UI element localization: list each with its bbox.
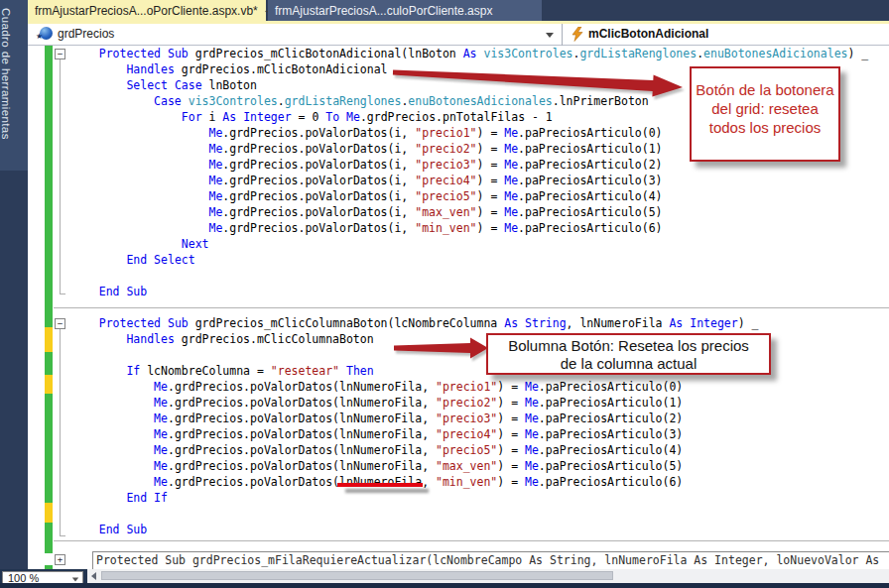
object-dropdown-value: grdPrecios xyxy=(58,27,114,41)
left-dock-strip: Cuadro de herramientas xyxy=(0,0,28,588)
code-line[interactable]: Me.grdPrecios.poValorDatos(lnNumeroFila,… xyxy=(71,458,889,474)
code-line[interactable]: Me.grdPrecios.poValorDatos(i, "min_ven")… xyxy=(71,220,889,236)
code-line[interactable]: Next xyxy=(71,236,889,252)
code-line[interactable]: Me.grdPrecios.poValorDatos(i, "precio2")… xyxy=(71,141,889,157)
tab-label: frmAjustarPreciosA...culoPorCliente.aspx xyxy=(275,4,492,18)
toolbox-tab-label: Cuadro de herramientas xyxy=(0,0,19,140)
code-line[interactable]: Me.grdPrecios.poValorDatos(i, "precio4")… xyxy=(71,173,889,188)
code-line[interactable]: End Sub xyxy=(71,284,889,299)
outline-guide-line xyxy=(60,329,61,535)
code-line[interactable] xyxy=(71,347,889,363)
tab-label: frmAjustarPreciosA...oPorCliente.aspx.vb… xyxy=(35,4,258,18)
code-line[interactable]: Me.grdPrecios.poValorDatos(i, "precio1")… xyxy=(71,125,889,141)
code-line[interactable]: Me.grdPrecios.poValorDatos(lnNumeroFila,… xyxy=(71,411,889,426)
code-line[interactable]: End Sub xyxy=(71,522,889,537)
code-editor[interactable]: − − + Protected Sub grdPrecios_mClicBoto… xyxy=(28,46,889,570)
code-line[interactable]: Me.grdPrecios.poValorDatos(i, "precio3")… xyxy=(71,157,889,173)
field-star-icon: ★ xyxy=(36,33,43,41)
code-line[interactable] xyxy=(71,299,889,315)
window-bottom-edge xyxy=(0,583,889,588)
code-line[interactable]: Me.grdPrecios.poValorDatos(i, "precio5")… xyxy=(71,188,889,204)
horizontal-scrollbar[interactable] xyxy=(87,569,889,583)
code-line[interactable]: Select Case lnBoton xyxy=(71,77,889,93)
change-bar-segment xyxy=(45,46,53,327)
outline-guide-tick xyxy=(60,294,65,294)
code-line[interactable]: Handles grdPrecios.mClicColumnaBoton xyxy=(71,331,889,347)
change-bar-segment xyxy=(45,394,53,503)
change-bar-segment xyxy=(45,327,53,352)
change-bar-segment xyxy=(45,503,53,523)
outline-collapse-toggle[interactable]: − xyxy=(55,318,65,329)
procedure-separator xyxy=(54,540,889,541)
code-line[interactable]: Handles grdPrecios.mClicBotonAdicional xyxy=(71,61,889,77)
code-lines: Protected Sub grdPrecios_mClicBotonAdici… xyxy=(71,46,889,537)
scroll-left-icon[interactable] xyxy=(91,572,96,580)
editor-navigation-bar: ★ grdPrecios mClicBotonAdicional xyxy=(28,24,889,46)
outline-guide-line xyxy=(60,59,61,294)
tab-frmAjustarPrecios-aspx-vb[interactable]: frmAjustarPreciosA...oPorCliente.aspx.vb… xyxy=(28,0,266,22)
code-line[interactable]: Me.grdPrecios.poValorDatos(lnNumeroFila,… xyxy=(71,426,889,442)
chevron-down-icon[interactable] xyxy=(546,33,554,38)
code-line[interactable]: Me.grdPrecios.poValorDatos(i, "max_ven")… xyxy=(71,204,889,220)
tab-frmAjustarPrecios-aspx[interactable]: frmAjustarPreciosA...culoPorCliente.aspx xyxy=(268,0,542,22)
code-line[interactable]: If lcNombreColumna = "resetear" Then xyxy=(71,363,889,379)
code-line[interactable]: Protected Sub grdPrecios_mClicColumnaBot… xyxy=(71,315,889,331)
outline-expand-toggle[interactable]: + xyxy=(55,554,65,565)
object-dropdown[interactable]: ★ grdPrecios xyxy=(28,24,562,46)
code-line[interactable]: Me.grdPrecios.poValorDatos(lnNumeroFila,… xyxy=(71,474,889,490)
scrollbar-thumb[interactable] xyxy=(101,571,613,580)
event-dropdown-value: mClicBotonAdicional xyxy=(588,27,708,41)
code-line[interactable]: Case vis3Controles.grdListaRenglones.enu… xyxy=(71,93,889,109)
change-bar-segment xyxy=(45,375,53,394)
code-line[interactable]: Me.grdPrecios.poValorDatos(lnNumeroFila,… xyxy=(71,442,889,458)
document-tab-strip: frmAjustarPreciosA...oPorCliente.aspx.vb… xyxy=(28,0,889,22)
collapsed-region-preview[interactable]: Protected Sub grdPrecios_mFilaRequiereAc… xyxy=(92,551,889,570)
event-dropdown[interactable]: mClicBotonAdicional xyxy=(563,24,889,46)
collapsed-region-text: Protected Sub grdPrecios_mFilaRequiereAc… xyxy=(93,552,889,568)
toolbox-vertical-tab[interactable]: Cuadro de herramientas xyxy=(0,0,28,171)
event-lightning-icon xyxy=(572,27,583,42)
code-line[interactable]: End If xyxy=(71,490,889,506)
code-line[interactable]: Me.grdPrecios.poValorDatos(lnNumeroFila,… xyxy=(71,379,889,395)
code-line[interactable] xyxy=(71,506,889,522)
code-line[interactable]: Protected Sub grdPrecios_mClicBotonAdici… xyxy=(71,46,889,61)
code-line[interactable]: End Select xyxy=(71,252,889,268)
code-line[interactable]: Me.grdPrecios.poValorDatos(lnNumeroFila,… xyxy=(71,395,889,411)
code-line[interactable]: For i As Integer = 0 To Me.grdPrecios.pn… xyxy=(71,109,889,125)
outline-guide-tick xyxy=(60,535,65,536)
chevron-down-icon[interactable] xyxy=(72,578,78,582)
change-bar-segment xyxy=(45,523,53,553)
code-line[interactable] xyxy=(71,268,889,284)
change-bar-segment xyxy=(45,352,53,375)
vs-ide-window: Cuadro de herramientas frmAjustarPrecios… xyxy=(0,0,889,588)
outline-collapse-toggle[interactable]: − xyxy=(55,49,65,59)
